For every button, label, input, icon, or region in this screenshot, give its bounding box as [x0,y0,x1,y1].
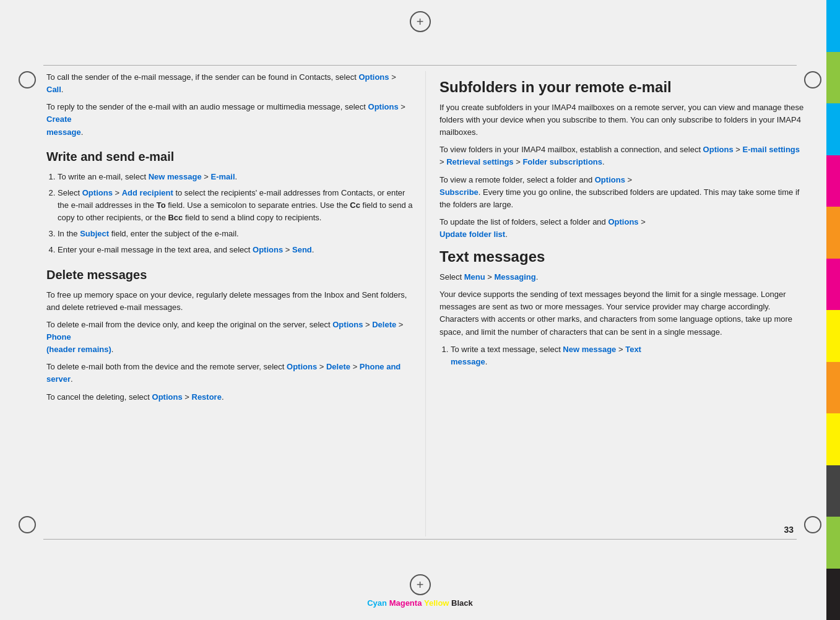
cmyk-magenta-label: Magenta [389,598,422,608]
messaging-link: Messaging [495,272,536,282]
delete-link-1: Delete [372,320,396,329]
right-column: Subfolders in your remote e-mail If you … [426,71,806,536]
create-message-link: Createmessage [46,114,81,136]
new-message-link-2: New message [563,345,616,354]
options-link-1: Options [358,72,389,82]
text-messages-select: Select Menu > Messaging. [439,271,806,283]
options-link-5: Options [332,320,363,329]
update-folder-list-link: Update folder list [439,230,505,239]
write-item-1: To write an e-mail, select New message >… [58,171,413,183]
subfolders-para4: To update the list of folders, select a … [439,216,806,241]
email-link-1: E-mail [211,172,235,181]
phone-header-link: Phone(header remains) [46,332,111,354]
reg-mark-top [410,11,431,32]
page-number: 33 [784,525,794,535]
to-field-label: To [157,200,166,210]
subfolders-para2: To view folders in your IMAP4 mailbox, e… [439,144,806,168]
intro-para1: To call the sender of the e-mail message… [46,71,413,96]
content-area: To call the sender of the e-mail message… [46,71,806,536]
reg-mark-bottom [410,574,431,595]
reg-mark-left-bottom [19,516,36,533]
cmyk-yellow-label: Yellow [424,598,449,608]
options-link-10: Options [608,217,638,226]
subfolders-para1: If you create subfolders in your IMAP4 m… [439,101,806,139]
intro-para2: To reply to the sender of the e-mail wit… [46,101,413,138]
options-link-8: Options [703,145,734,154]
bcc-field-label: Bcc [168,213,183,222]
options-link-4: Options [253,245,283,254]
delete-para1: To free up memory space on your device, … [46,289,413,314]
call-link: Call [46,85,61,94]
new-message-link-1: New message [149,172,202,181]
add-recipient-link: Add recipient [122,188,173,197]
write-send-list: To write an e-mail, select New message >… [58,171,413,257]
page: To call the sender of the e-mail message… [0,0,840,620]
write-item-2: Select Options > Add recipient to select… [58,187,413,224]
trim-line-bottom [43,539,797,540]
subscribe-link: Subscribe [439,187,478,197]
delete-para4: To cancel the deleting, select Options >… [46,391,413,403]
options-link-9: Options [595,175,625,184]
write-send-heading: Write and send e-mail [46,147,413,166]
delete-messages-heading: Delete messages [46,265,413,284]
reg-mark-right-top [804,71,821,88]
delete-link-2: Delete [326,362,350,371]
cmyk-cyan-label: Cyan [367,598,387,608]
folder-subscriptions-link: Folder subscriptions [522,157,602,166]
options-link-2: Options [368,102,399,111]
left-column: To call the sender of the e-mail message… [46,71,426,536]
text-messages-list: To write a text message, select New mess… [451,343,806,368]
reg-mark-right-bottom [804,516,821,533]
cmyk-black-label: Black [451,598,473,608]
restore-link: Restore [192,392,222,402]
reg-mark-left-top [19,71,36,88]
options-link-6: Options [287,362,317,371]
options-link-7: Options [152,392,183,402]
subfolders-para3: To view a remote folder, select a folder… [439,174,806,211]
cc-field-label: Cc [350,200,360,210]
options-link-3: Options [82,188,113,197]
text-messages-item-1: To write a text message, select New mess… [451,343,806,368]
color-strips [826,0,840,620]
text-messages-para1: Your device supports the sending of text… [439,288,806,338]
write-item-4: Enter your e-mail message in the text ar… [58,244,413,256]
send-link: Send [292,245,312,254]
subject-link: Subject [80,229,109,238]
write-item-3: In the Subject field, enter the subject … [58,228,413,240]
text-messages-heading: Text messages [439,248,806,266]
retrieval-settings-link: Retrieval settings [446,157,513,166]
email-settings-link: E-mail settings [743,145,800,154]
trim-line-top [43,65,797,66]
cmyk-footer: Cyan Magenta Yellow Black [367,598,473,608]
menu-link: Menu [464,272,485,282]
subfolders-heading: Subfolders in your remote e-mail [439,79,806,97]
delete-para2: To delete e-mail from the device only, a… [46,319,413,356]
delete-para3: To delete e-mail both from the device an… [46,361,413,385]
